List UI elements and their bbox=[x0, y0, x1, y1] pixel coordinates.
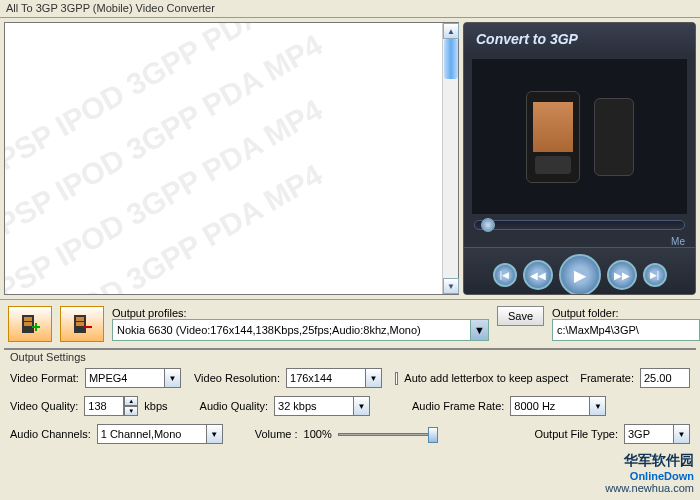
seek-thumb[interactable] bbox=[481, 218, 495, 232]
play-button[interactable]: ▶ bbox=[559, 254, 601, 295]
scroll-thumb[interactable] bbox=[444, 39, 458, 79]
svg-rect-7 bbox=[76, 322, 84, 326]
output-folder-label: Output folder: bbox=[552, 307, 692, 319]
vertical-scrollbar[interactable]: ▲ ▼ bbox=[442, 23, 458, 294]
seek-bar[interactable] bbox=[474, 220, 685, 230]
save-button[interactable]: Save bbox=[497, 306, 544, 326]
device-image-phone bbox=[594, 98, 634, 176]
output-folder-group: Output folder: Bro bbox=[552, 307, 692, 341]
chevron-down-icon[interactable]: ▼ bbox=[207, 424, 223, 444]
film-minus-icon bbox=[70, 312, 94, 336]
film-plus-icon bbox=[18, 312, 42, 336]
audio-channels-label: Audio Channels: bbox=[10, 428, 91, 440]
volume-value: 100% bbox=[304, 428, 332, 440]
video-quality-label: Video Quality: bbox=[10, 400, 78, 412]
volume-label: Volume : bbox=[255, 428, 298, 440]
file-list-container: PSP IPOD 3GPP PDA MP4 PSP IPOD 3GPP PDA … bbox=[4, 22, 459, 295]
add-file-button[interactable] bbox=[8, 306, 52, 342]
slider-track bbox=[338, 433, 438, 436]
rewind-button[interactable]: ◀◀ bbox=[523, 260, 553, 290]
output-settings-panel: Output Settings Video Format: ▼ Video Re… bbox=[4, 348, 696, 450]
video-format-label: Video Format: bbox=[10, 372, 79, 384]
settings-row-2: Video Quality: ▲▼ kbps Audio Quality: ▼ … bbox=[4, 392, 696, 420]
chevron-down-icon[interactable]: ▼ bbox=[471, 319, 489, 341]
scroll-up-arrow[interactable]: ▲ bbox=[443, 23, 459, 39]
output-file-type-label: Output File Type: bbox=[534, 428, 618, 440]
next-button[interactable]: ▶| bbox=[643, 263, 667, 287]
mid-toolbar: Output profiles: ▼ Save Output folder: B… bbox=[0, 300, 700, 348]
watermark-text: PSP IPOD 3GPP PDA MP4 bbox=[5, 93, 328, 294]
forward-button[interactable]: ▶▶ bbox=[607, 260, 637, 290]
framerate-label: Framerate: bbox=[580, 372, 634, 384]
device-image-pda bbox=[526, 91, 580, 183]
output-profiles-combo[interactable] bbox=[112, 319, 471, 341]
chevron-down-icon[interactable]: ▼ bbox=[366, 368, 382, 388]
preview-panel: Convert to 3GP Me |◀ ◀◀ ▶ ▶▶ ▶| bbox=[463, 22, 696, 295]
output-file-type-select[interactable] bbox=[624, 424, 674, 444]
spin-up-icon[interactable]: ▲ bbox=[124, 396, 138, 406]
chevron-down-icon[interactable]: ▼ bbox=[165, 368, 181, 388]
svg-rect-8 bbox=[84, 326, 92, 328]
kbps-unit: kbps bbox=[144, 400, 167, 412]
svg-rect-1 bbox=[24, 317, 32, 321]
scroll-down-arrow[interactable]: ▼ bbox=[443, 278, 459, 294]
audio-frame-rate-select[interactable] bbox=[510, 396, 590, 416]
audio-channels-select[interactable] bbox=[97, 424, 207, 444]
preview-title: Convert to 3GP bbox=[464, 23, 695, 55]
watermark-text: PSP IPOD 3GPP PDA MP4 bbox=[5, 23, 328, 177]
main-area: PSP IPOD 3GPP PDA MP4 PSP IPOD 3GPP PDA … bbox=[0, 18, 700, 300]
video-quality-spinner[interactable] bbox=[84, 396, 124, 416]
prev-button[interactable]: |◀ bbox=[493, 263, 517, 287]
svg-rect-2 bbox=[24, 322, 32, 326]
settings-row-3: Audio Channels: ▼ Volume : 100% Output F… bbox=[4, 420, 696, 448]
output-settings-legend: Output Settings bbox=[10, 351, 86, 363]
slider-thumb[interactable] bbox=[428, 427, 438, 443]
video-resolution-select[interactable] bbox=[286, 368, 366, 388]
watermark-brand: OnlineDown bbox=[630, 470, 694, 482]
watermark-text: PSP IPOD 3GPP PDA MP4 bbox=[5, 158, 328, 294]
output-folder-input[interactable] bbox=[552, 319, 700, 341]
auto-letterbox-label: Auto add letterbox to keep aspect bbox=[404, 372, 568, 384]
auto-letterbox-checkbox[interactable] bbox=[395, 372, 398, 385]
chevron-down-icon[interactable]: ▼ bbox=[674, 424, 690, 444]
site-watermark: 华军软件园 OnlineDown www.newhua.com bbox=[605, 452, 694, 494]
volume-slider[interactable] bbox=[338, 424, 438, 444]
svg-rect-4 bbox=[35, 323, 37, 331]
remove-file-button[interactable] bbox=[60, 306, 104, 342]
player-controls: |◀ ◀◀ ▶ ▶▶ ▶| bbox=[464, 247, 695, 295]
window-title: All To 3GP 3GPP (Mobile) Video Converter bbox=[0, 0, 700, 18]
watermark-cn: 华军软件园 bbox=[605, 452, 694, 470]
file-list[interactable]: PSP IPOD 3GPP PDA MP4 PSP IPOD 3GPP PDA … bbox=[5, 23, 442, 294]
chevron-down-icon[interactable]: ▼ bbox=[354, 396, 370, 416]
output-profiles-group: Output profiles: ▼ bbox=[112, 307, 489, 341]
video-resolution-label: Video Resolution: bbox=[194, 372, 280, 384]
spin-down-icon[interactable]: ▼ bbox=[124, 406, 138, 416]
audio-quality-select[interactable] bbox=[274, 396, 354, 416]
settings-row-1: Video Format: ▼ Video Resolution: ▼ Auto… bbox=[4, 364, 696, 392]
preview-screen bbox=[472, 59, 687, 214]
output-profiles-label: Output profiles: bbox=[112, 307, 489, 319]
framerate-input[interactable] bbox=[640, 368, 690, 388]
audio-frame-rate-label: Audio Frame Rate: bbox=[412, 400, 504, 412]
watermark-domain: www.newhua.com bbox=[605, 482, 694, 494]
audio-quality-label: Audio Quality: bbox=[200, 400, 268, 412]
svg-rect-6 bbox=[76, 317, 84, 321]
watermark-text: PSP IPOD 3GPP PDA MP4 bbox=[5, 28, 328, 242]
video-format-select[interactable] bbox=[85, 368, 165, 388]
media-label: Me bbox=[464, 236, 695, 247]
chevron-down-icon[interactable]: ▼ bbox=[590, 396, 606, 416]
